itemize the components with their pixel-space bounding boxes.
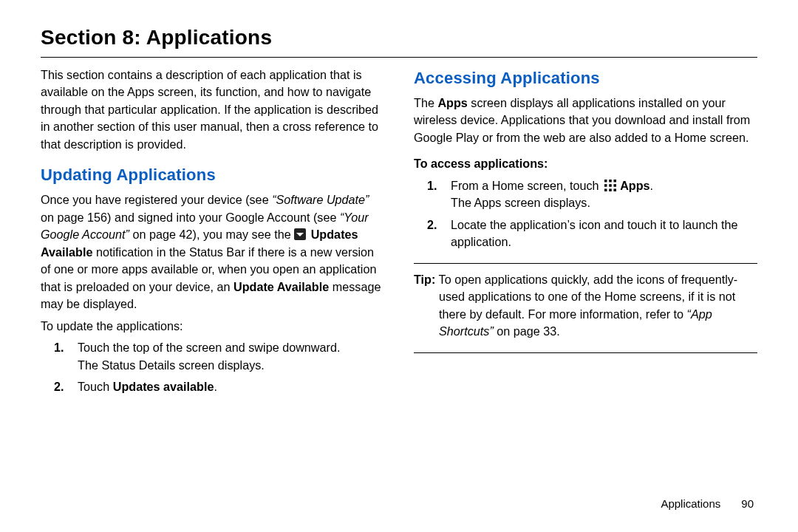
apps-grid-icon (604, 179, 617, 192)
update-steps-list: 1. Touch the top of the screen and swipe… (41, 339, 384, 395)
page-footer: Applications90 (661, 497, 754, 510)
svg-rect-8 (609, 188, 612, 191)
list-item: 2. Touch Updates available. (41, 378, 384, 395)
step-number: 1. (54, 339, 70, 374)
text: Touch (78, 380, 113, 393)
access-lead: To access applications: (414, 155, 757, 172)
svg-rect-3 (614, 180, 617, 183)
svg-rect-9 (614, 188, 617, 191)
text: . (214, 380, 217, 393)
list-item: 1. From a Home screen, touch Apps. The A… (414, 177, 757, 212)
text: The Status Details screen displays. (78, 358, 265, 372)
text: . (650, 179, 654, 192)
heading-updating-applications: Updating Applications (41, 163, 384, 187)
manual-page: Section 8: Applications This section con… (0, 0, 798, 532)
update-lead: To update the applications: (41, 318, 384, 335)
horizontal-rule (41, 57, 757, 58)
left-column: This section contains a description of e… (41, 66, 384, 400)
text: on page 42), you may see the (129, 228, 294, 241)
step-body: Touch the top of the screen and swipe do… (78, 339, 384, 374)
step-body: Locate the application’s icon and touch … (451, 216, 757, 251)
footer-section-label: Applications (661, 497, 720, 510)
text: Once you have registered your device (se… (41, 193, 272, 206)
step-number: 2. (54, 378, 70, 395)
svg-rect-4 (604, 184, 607, 187)
svg-rect-7 (604, 188, 607, 191)
two-column-layout: This section contains a description of e… (41, 66, 757, 400)
text: The Apps screen displays. (451, 196, 590, 209)
page-number: 90 (741, 497, 754, 510)
updates-available-link: Updates available (113, 380, 214, 393)
list-item: 2. Locate the application’s icon and tou… (414, 216, 757, 251)
svg-rect-5 (609, 184, 612, 187)
text: From a Home screen, touch (451, 179, 602, 192)
svg-rect-6 (614, 184, 617, 187)
updating-paragraph: Once you have registered your device (se… (41, 191, 384, 313)
list-item: 1. Touch the top of the screen and swipe… (41, 339, 384, 374)
svg-rect-2 (609, 180, 612, 183)
tip-paragraph: Tip: To open applications quickly, add t… (414, 271, 757, 341)
text: The (414, 96, 437, 109)
access-steps-list: 1. From a Home screen, touch Apps. The A… (414, 177, 757, 251)
right-column: Accessing Applications The Apps screen d… (414, 66, 757, 400)
step-number: 2. (427, 216, 443, 251)
text: Locate the application’s icon and touch … (451, 218, 737, 248)
xref-software-update: “Software Update” (272, 193, 369, 206)
tip-block: Tip: To open applications quickly, add t… (414, 263, 757, 353)
updates-available-icon (294, 228, 306, 240)
text: Touch the top of the screen and swipe do… (78, 341, 340, 354)
text: on page 33. (494, 324, 560, 338)
heading-accessing-applications: Accessing Applications (414, 66, 757, 90)
svg-rect-1 (604, 180, 607, 183)
intro-paragraph: This section contains a description of e… (41, 66, 384, 153)
step-body: Touch Updates available. (78, 378, 384, 395)
update-available-label: Update Available (233, 280, 329, 293)
step-number: 1. (427, 177, 443, 212)
section-title: Section 8: Applications (41, 26, 757, 50)
apps-label: Apps (620, 179, 649, 192)
step-body: From a Home screen, touch Apps. The Apps… (451, 177, 757, 212)
accessing-paragraph: The Apps screen displays all application… (414, 95, 757, 146)
apps-label: Apps (437, 96, 467, 109)
text: on page 156) and signed into your Google… (41, 211, 340, 224)
tip-label: Tip: (414, 273, 435, 286)
